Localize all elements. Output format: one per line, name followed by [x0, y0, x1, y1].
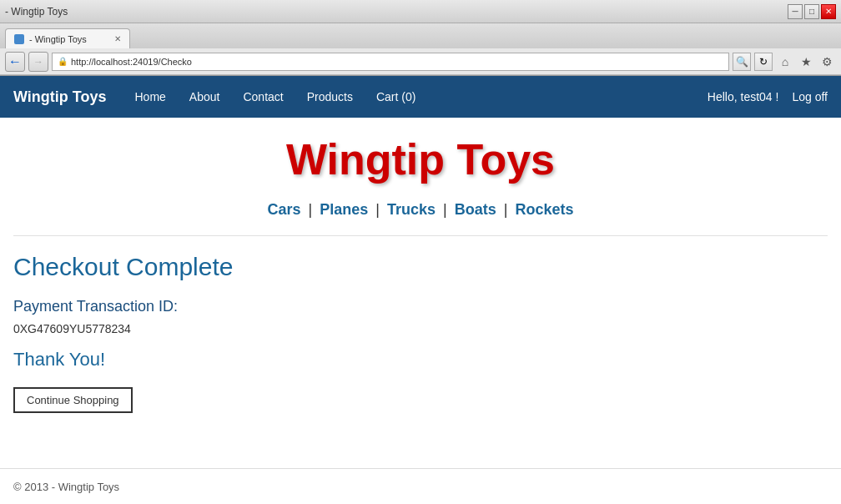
address-favicon-icon: 🔒	[58, 57, 68, 66]
nav-link-cart[interactable]: Cart (0)	[365, 76, 427, 118]
close-button[interactable]: ✕	[821, 4, 836, 19]
nav-link-contact[interactable]: Contact	[231, 76, 295, 118]
title-bar-left: - Wingtip Toys	[5, 6, 68, 18]
thank-you-text: Thank You!	[13, 349, 828, 370]
continue-shopping-button[interactable]: Continue Shopping	[13, 387, 133, 413]
nav-right: Hello, test04 ! Log off	[708, 90, 828, 103]
nav-logoff-link[interactable]: Log off	[792, 90, 828, 103]
checkout-title: Checkout Complete	[13, 253, 828, 281]
nav-link-products[interactable]: Products	[295, 76, 365, 118]
window-controls: ─ □ ✕	[788, 4, 836, 19]
category-link-rockets[interactable]: Rockets	[515, 201, 573, 218]
transaction-id: 0XG47609YU5778234	[13, 322, 828, 335]
tab-close-icon[interactable]: ✕	[114, 34, 121, 43]
payment-label: Payment Transaction ID:	[13, 298, 828, 315]
tab-favicon-icon	[14, 34, 24, 44]
restore-button[interactable]: □	[804, 4, 819, 19]
toolbar-icons: ⌂ ★ ⚙	[776, 53, 836, 71]
category-nav: Cars | Planes | Trucks | Boats | Rockets	[13, 193, 828, 236]
back-button[interactable]: ←	[5, 52, 25, 72]
category-link-cars[interactable]: Cars	[267, 201, 300, 218]
website: Wingtip Toys Home About Contact Products…	[0, 76, 841, 504]
browser-tab-active[interactable]: - Wingtip Toys ✕	[5, 28, 130, 48]
refresh-button[interactable]: ↻	[754, 53, 773, 71]
cat-sep-4: |	[504, 201, 508, 218]
nav-link-about[interactable]: About	[178, 76, 232, 118]
site-nav: Wingtip Toys Home About Contact Products…	[0, 76, 841, 118]
home-icon[interactable]: ⌂	[776, 53, 794, 71]
cat-sep-3: |	[443, 201, 447, 218]
address-field[interactable]: 🔒 http://localhost:24019/Checko	[52, 53, 729, 71]
cat-sep-1: |	[309, 201, 313, 218]
site-title: Wingtip Toys	[286, 134, 555, 184]
nav-hello: Hello, test04 !	[708, 90, 779, 103]
address-bar-row: ← → 🔒 http://localhost:24019/Checko 🔍 ↻ …	[0, 48, 841, 75]
tab-title: - Wingtip Toys	[29, 34, 87, 44]
cat-sep-2: |	[375, 201, 380, 218]
window-title: - Wingtip Toys	[5, 6, 68, 18]
minimize-button[interactable]: ─	[788, 4, 803, 19]
category-link-planes[interactable]: Planes	[320, 201, 368, 218]
site-content: Wingtip Toys Cars | Planes | Trucks | Bo…	[0, 118, 841, 468]
settings-icon[interactable]: ⚙	[818, 53, 836, 71]
category-link-trucks[interactable]: Trucks	[387, 201, 436, 218]
site-title-area: Wingtip Toys	[13, 118, 828, 193]
nav-link-home[interactable]: Home	[123, 76, 178, 118]
title-bar: - Wingtip Toys ─ □ ✕	[0, 0, 841, 23]
site-footer: © 2013 - Wingtip Toys	[0, 468, 841, 504]
tab-bar: - Wingtip Toys ✕	[0, 23, 841, 48]
favorites-icon[interactable]: ★	[797, 53, 815, 71]
browser-chrome: - Wingtip Toys ─ □ ✕ - Wingtip Toys ✕ ← …	[0, 0, 841, 76]
site-brand: Wingtip Toys	[13, 88, 107, 106]
forward-button[interactable]: →	[28, 52, 48, 72]
category-link-boats[interactable]: Boats	[455, 201, 496, 218]
footer-text: © 2013 - Wingtip Toys	[13, 481, 119, 493]
nav-links: Home About Contact Products Cart (0)	[123, 76, 708, 118]
search-icon: 🔍	[736, 56, 748, 68]
address-text: http://localhost:24019/Checko	[71, 57, 723, 67]
search-button[interactable]: 🔍	[733, 53, 751, 71]
